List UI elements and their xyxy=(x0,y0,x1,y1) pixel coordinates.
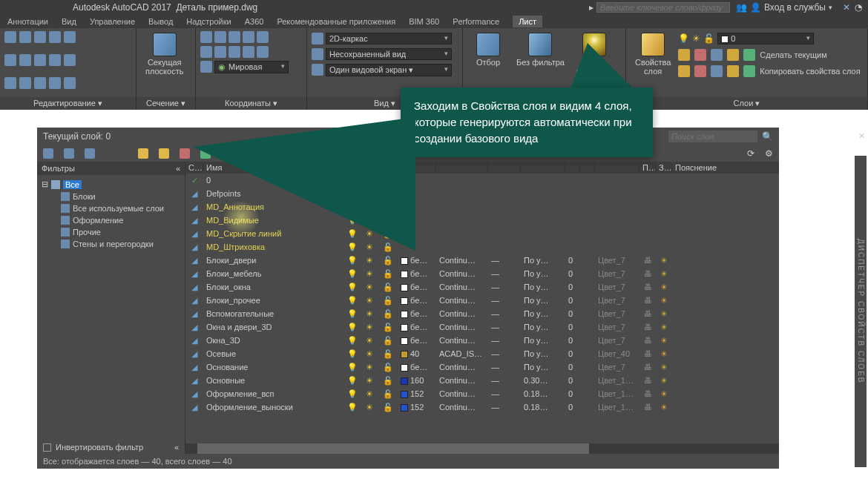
bulb-icon[interactable]: 💡 xyxy=(344,256,361,265)
col-header-1[interactable]: Имя xyxy=(203,163,344,172)
bulb-icon[interactable]: 💡 xyxy=(344,189,361,199)
ribbon-tab-1[interactable]: Вид xyxy=(62,17,76,26)
bulb-icon[interactable]: 💡 xyxy=(344,349,361,359)
ucs-icon[interactable] xyxy=(200,46,212,58)
ucs-dropdown[interactable]: ◉Мировая xyxy=(214,61,289,73)
ribbon-tab-8[interactable]: Performance xyxy=(453,17,499,26)
make-current-icon[interactable] xyxy=(678,49,690,61)
layer-row[interactable]: ◢Блоки_двери💡☀🔓бе…Continu…—По у…0Цвет_7🖶… xyxy=(185,254,779,267)
move-gizmo-button[interactable]: Гизмо переноса xyxy=(572,31,617,98)
ribbon-tab-0[interactable]: Аннотации xyxy=(7,17,48,26)
panel-layers-label[interactable]: Слои ▾ xyxy=(626,97,867,110)
lock-icon[interactable]: 🔓 xyxy=(378,403,398,412)
edit-tool-6[interactable] xyxy=(19,54,31,66)
print-icon[interactable]: 🖶 xyxy=(640,349,656,358)
edit-tool-0[interactable] xyxy=(4,31,16,43)
signin-button[interactable]: 👥👤Вход в службы▾ xyxy=(736,2,832,13)
ucs-icon[interactable] xyxy=(243,46,254,58)
print-icon[interactable]: 🖶 xyxy=(640,309,656,318)
close-icon[interactable]: ✕ xyxy=(857,132,866,141)
filter-item-1[interactable]: Все используемые слои xyxy=(61,202,180,214)
filter-select-button[interactable]: Отбор xyxy=(467,31,509,98)
sun-icon[interactable]: ☀ xyxy=(361,216,378,225)
lock-icon[interactable]: 🔓 xyxy=(703,33,714,44)
layer-row[interactable]: ◢Основные💡☀🔓160Continu…—0.30…0Цвет_1…🖶☀ xyxy=(185,374,779,387)
layer-row[interactable]: ◢Оформление_выноски💡☀🔓152Continu…—0.18…0… xyxy=(185,400,779,414)
col-header-10[interactable] xyxy=(580,163,595,172)
ucs-icon[interactable] xyxy=(228,31,240,43)
col-header-0[interactable]: С… xyxy=(185,163,203,172)
search-icon[interactable]: 🔍 xyxy=(762,131,773,142)
filter-item-2[interactable]: Оформление xyxy=(61,214,180,226)
bulb-icon[interactable]: 💡 xyxy=(344,376,361,386)
no-filter-button[interactable]: Без фильтра xyxy=(512,31,569,98)
layer-icon[interactable] xyxy=(694,49,706,61)
match-layer-icon[interactable] xyxy=(743,49,755,61)
lock-icon[interactable]: 🔓 xyxy=(378,323,398,332)
sun-icon[interactable]: ☀ xyxy=(361,309,378,319)
col-header-7[interactable] xyxy=(488,163,521,172)
sun-icon[interactable]: ☀ xyxy=(692,33,700,44)
layer-row[interactable]: ◢Основание💡☀🔓бе…Continu…—По у…0Цвет_7🖶☀ xyxy=(185,360,779,374)
ucs-icon[interactable] xyxy=(243,31,254,43)
layer-rows[interactable]: ✓0💡☀🔓◢Defpoints💡☀🔓◢MD_Аннотация💡☀🔓◢MD_Ви… xyxy=(185,174,779,443)
sun-icon[interactable]: ☀ xyxy=(656,296,672,306)
sun-icon[interactable]: ☀ xyxy=(361,269,378,279)
layer-columns[interactable]: С…ИмяВ…За…П…З…Пояснение xyxy=(185,162,779,174)
lock-icon[interactable]: 🔓 xyxy=(378,336,398,346)
layer-search-input[interactable] xyxy=(668,131,757,142)
edit-tool-8[interactable] xyxy=(49,54,61,66)
saved-view-icon[interactable] xyxy=(312,48,323,60)
layer-row[interactable]: ◢Defpoints💡☀🔓 xyxy=(185,187,779,200)
col-header-6[interactable] xyxy=(436,163,488,172)
sun-icon[interactable]: ☀ xyxy=(656,403,672,412)
h-scrollbar[interactable] xyxy=(185,443,779,454)
bulb-icon[interactable]: 💡 xyxy=(344,269,361,279)
col-header-14[interactable]: Пояснение xyxy=(672,163,779,172)
lock-icon[interactable]: 🔓 xyxy=(378,389,398,399)
col-header-11[interactable] xyxy=(595,163,640,172)
lock-icon[interactable]: 🔓 xyxy=(378,256,398,265)
lock-icon[interactable]: 🔓 xyxy=(378,229,398,239)
viewport-dropdown[interactable]: Один видовой экран ▾ xyxy=(326,64,452,76)
sun-icon[interactable]: ☀ xyxy=(361,242,378,252)
col-header-8[interactable] xyxy=(521,163,565,172)
ribbon-tab-7[interactable]: BIM 360 xyxy=(409,17,439,26)
bulb-icon[interactable]: 💡 xyxy=(344,309,361,319)
edit-tool-5[interactable] xyxy=(4,54,16,66)
print-icon[interactable]: 🖶 xyxy=(640,323,656,331)
states-icon[interactable] xyxy=(85,148,95,159)
sun-icon[interactable]: ☀ xyxy=(361,389,378,399)
sun-icon[interactable]: ☀ xyxy=(361,256,378,265)
col-header-4[interactable] xyxy=(378,163,398,172)
ribbon-tab-9[interactable]: Лист xyxy=(513,16,542,27)
copy-layer-props-button[interactable]: Копировать свойства слоя xyxy=(760,67,860,76)
new-vp-layer-icon[interactable] xyxy=(159,148,169,159)
sun-icon[interactable]: ☀ xyxy=(361,403,378,412)
lock-icon[interactable]: 🔓 xyxy=(378,296,398,306)
new-layer-icon[interactable] xyxy=(138,148,148,159)
bulb-icon[interactable]: 💡 xyxy=(678,33,689,44)
bulb-icon[interactable]: 💡 xyxy=(344,216,361,225)
section-plane-button[interactable]: Секущая плоскость xyxy=(141,31,188,97)
layer-row[interactable]: ◢Вспомогательные💡☀🔓бе…Continu…—По у…0Цве… xyxy=(185,307,779,320)
bulb-icon[interactable]: 💡 xyxy=(344,229,361,239)
layer-icon[interactable] xyxy=(678,65,690,77)
visual-style-dropdown[interactable]: 2D-каркас xyxy=(326,33,452,44)
sun-icon[interactable]: ☀ xyxy=(361,229,378,239)
col-header-5[interactable] xyxy=(398,163,436,172)
bulb-icon[interactable]: 💡 xyxy=(344,176,361,185)
sun-icon[interactable]: ☀ xyxy=(361,349,378,359)
layer-row[interactable]: ◢Блоки_окна💡☀🔓бе…Continu…—По у…0Цвет_7🖶☀ xyxy=(185,280,779,294)
bulb-icon[interactable]: 💡 xyxy=(344,323,361,332)
sun-icon[interactable]: ☀ xyxy=(656,349,672,359)
edit-tool-1[interactable] xyxy=(19,31,31,43)
make-current-button[interactable]: Сделать текущим xyxy=(760,50,826,59)
filter-item-0[interactable]: Блоки xyxy=(61,191,180,202)
layer-icon[interactable] xyxy=(727,49,739,61)
edit-tool-11[interactable] xyxy=(19,77,31,89)
col-header-3[interactable]: За… xyxy=(361,163,378,172)
ucs-icon[interactable] xyxy=(257,31,269,43)
new-filter-icon[interactable] xyxy=(43,148,53,159)
edit-tool-4[interactable] xyxy=(64,31,76,43)
